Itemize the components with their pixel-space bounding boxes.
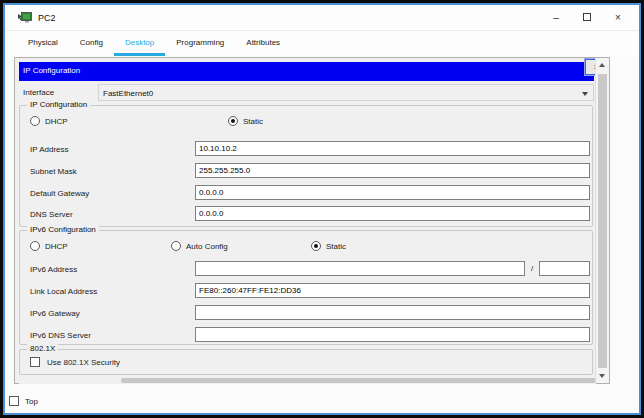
radio-selected-icon: [228, 116, 238, 126]
ip-configuration-header: IP Configuration: [19, 62, 594, 81]
ipv6-prefix-input[interactable]: [539, 261, 590, 276]
tab-attributes[interactable]: Attributes: [235, 32, 291, 56]
ipv6-prefix-separator: /: [531, 264, 533, 273]
window-blue-border: PC2 – × Physical Config Desktop Programm…: [3, 3, 641, 415]
link-local-address-input[interactable]: [195, 283, 590, 298]
link-local-address-label: Link Local Address: [30, 287, 97, 296]
vertical-scrollbar[interactable]: [595, 58, 609, 383]
ipv6-gateway-input[interactable]: [195, 305, 590, 320]
scroll-up-icon[interactable]: [599, 63, 605, 67]
ipv6-static-label: Static: [326, 242, 346, 251]
default-gateway-input[interactable]: [195, 185, 590, 200]
radio-icon: [171, 241, 181, 251]
ipv4-static-radio[interactable]: Static: [228, 116, 263, 126]
window-controls: – ×: [551, 5, 623, 31]
ipv4-dhcp-label: DHCP: [45, 117, 68, 126]
radio-icon: [30, 241, 40, 251]
ipv6-dhcp-label: DHCP: [45, 242, 68, 251]
radio-icon: [30, 116, 40, 126]
top-checkbox-row[interactable]: Top: [9, 396, 38, 406]
checkbox-icon: [30, 357, 40, 367]
ipv4-group-legend: IP Configuration: [27, 100, 90, 109]
ip-address-input[interactable]: [195, 141, 590, 156]
chevron-down-icon: [582, 92, 588, 96]
ipv6-static-radio[interactable]: Static: [311, 241, 346, 251]
ipv4-configuration-group: IP Configuration DHCP Static IP Address …: [19, 105, 593, 227]
use-8021x-security-checkbox[interactable]: Use 802.1X Security: [30, 357, 120, 367]
dot1x-group-legend: 802.1X: [27, 344, 58, 353]
ipv6-gateway-label: IPv6 Gateway: [30, 309, 80, 318]
top-checkbox-label: Top: [25, 397, 38, 406]
interface-dropdown[interactable]: FastEthernet0: [98, 84, 594, 101]
horizontal-scrollbar[interactable]: [19, 377, 596, 384]
pc-icon: [18, 12, 32, 24]
window-title: PC2: [38, 13, 56, 23]
dot1x-group: 802.1X Use 802.1X Security: [19, 349, 593, 375]
scroll-down-icon[interactable]: [599, 374, 605, 378]
maximize-button-icon[interactable]: [582, 13, 592, 23]
tab-physical[interactable]: Physical: [17, 32, 69, 56]
tab-desktop[interactable]: Desktop: [114, 32, 165, 56]
ipv6-address-input[interactable]: [195, 261, 525, 276]
window-outer-frame: PC2 – × Physical Config Desktop Programm…: [0, 0, 644, 418]
checkbox-icon: [9, 396, 19, 406]
ipv6-address-label: IPv6 Address: [30, 265, 77, 274]
dns-server-input[interactable]: [195, 206, 590, 221]
tab-bar: Physical Config Desktop Programming Attr…: [5, 31, 639, 56]
title-bar: PC2 – ×: [5, 5, 639, 31]
desktop-content-panel: IP Configuration x Interface FastEtherne…: [14, 57, 610, 384]
vertical-scrollbar-thumb[interactable]: [598, 74, 607, 368]
horizontal-scrollbar-thumb[interactable]: [121, 378, 596, 383]
ipv6-configuration-group: IPv6 Configuration DHCP Auto Config Stat…: [19, 230, 593, 345]
pc2-window: PC2 – × Physical Config Desktop Programm…: [5, 5, 639, 413]
ipv6-dns-server-label: IPv6 DNS Server: [30, 331, 91, 340]
ipv4-dhcp-radio[interactable]: DHCP: [30, 116, 68, 126]
ipv6-group-legend: IPv6 Configuration: [27, 225, 99, 234]
minimize-button-icon[interactable]: –: [551, 13, 561, 23]
default-gateway-label: Default Gateway: [30, 189, 89, 198]
ip-address-label: IP Address: [30, 145, 69, 154]
tab-config[interactable]: Config: [69, 32, 114, 56]
dns-server-label: DNS Server: [30, 210, 73, 219]
ipv6-auto-config-label: Auto Config: [186, 242, 228, 251]
use-8021x-security-label: Use 802.1X Security: [47, 358, 120, 367]
subnet-mask-input[interactable]: [195, 163, 590, 178]
ipv6-dns-server-input[interactable]: [195, 327, 590, 342]
interface-selected-value: FastEthernet0: [103, 89, 153, 98]
ipv4-static-label: Static: [243, 117, 263, 126]
ipv6-dhcp-radio[interactable]: DHCP: [30, 241, 68, 251]
close-button-icon[interactable]: ×: [613, 13, 623, 23]
radio-selected-icon: [311, 241, 321, 251]
dialog-title: IP Configuration: [23, 66, 80, 75]
subnet-mask-label: Subnet Mask: [30, 167, 77, 176]
ipv6-auto-config-radio[interactable]: Auto Config: [171, 241, 228, 251]
interface-label: Interface: [23, 88, 54, 97]
tab-programming[interactable]: Programming: [165, 32, 235, 56]
